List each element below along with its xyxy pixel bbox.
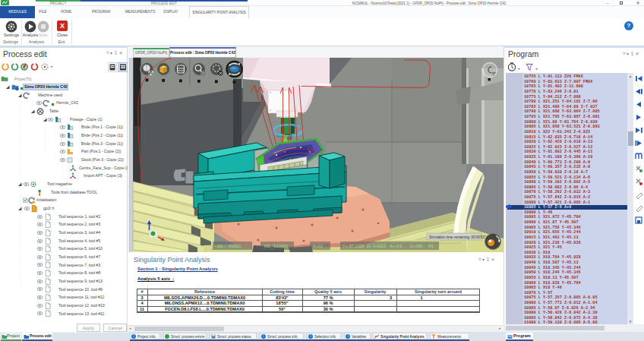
svg-text:Simulation time remaining: 00:: Simulation time remaining: 00:00'03" (429, 235, 486, 239)
svg-text:Z+-6.0025: Z+-6.0025 (367, 244, 386, 248)
svg-text:M3: M3 (264, 244, 270, 248)
svg-text:G1: G1 (217, 244, 223, 248)
svg-text:A+-0.5: A+-0.5 (390, 244, 402, 248)
svg-text:S10000: S10000 (273, 244, 288, 248)
svg-text:X+22: X+22 (313, 244, 323, 248)
svg-text:C+180: C+180 (410, 244, 422, 248)
svg-text:P0: P0 (428, 244, 434, 248)
svg-text:Y+-57.2105: Y+-57.2105 (343, 244, 365, 248)
svg-text:F2000: F2000 (229, 244, 242, 248)
